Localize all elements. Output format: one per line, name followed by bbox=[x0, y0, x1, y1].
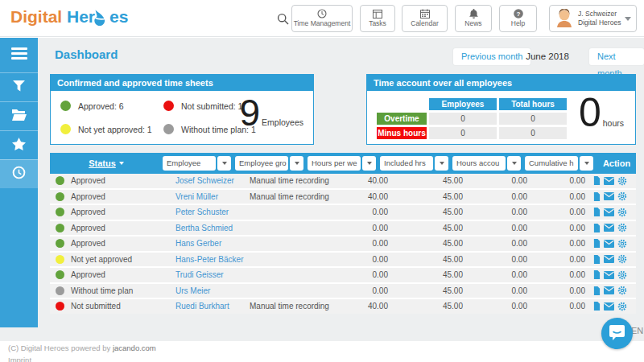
status-label: Approved bbox=[69, 270, 175, 279]
time-account-panel: Time account over all employees Employee… bbox=[366, 74, 636, 145]
gear-icon[interactable] bbox=[617, 302, 627, 311]
mail-icon[interactable] bbox=[604, 208, 614, 216]
status-label: Approved bbox=[69, 208, 175, 216]
tasks-icon bbox=[373, 9, 382, 19]
mail-icon[interactable] bbox=[604, 192, 614, 200]
document-icon[interactable] bbox=[593, 176, 601, 185]
included-hrs-value: 45.00 bbox=[396, 192, 471, 201]
gear-icon[interactable] bbox=[617, 208, 627, 217]
user-menu-button[interactable]: J. Schweizer Digital Heroes bbox=[549, 5, 637, 32]
employee-link[interactable]: Peter Schuster bbox=[175, 208, 250, 216]
document-icon[interactable] bbox=[593, 302, 601, 311]
table-row: ApprovedTrudi Geisser0.0045.000.000.00 bbox=[50, 268, 636, 282]
mail-icon[interactable] bbox=[604, 302, 614, 311]
included-hrs-value: 45.00 bbox=[396, 286, 471, 295]
imprint-link[interactable]: Imprint bbox=[8, 356, 31, 362]
table-row: ApprovedVreni MüllerManual time recordin… bbox=[50, 190, 636, 204]
next-month-button[interactable]: Next month bbox=[589, 48, 644, 65]
filter-employee-group-dropdown[interactable] bbox=[290, 156, 303, 171]
included-hrs-value: 45.00 bbox=[396, 224, 471, 232]
document-icon[interactable] bbox=[593, 208, 601, 216]
filter-employee-dropdown[interactable] bbox=[217, 156, 231, 171]
document-icon[interactable] bbox=[593, 270, 601, 279]
employee-group: Manual time recording bbox=[250, 176, 338, 185]
sidebar-item-favorites[interactable] bbox=[0, 130, 38, 159]
filter-hours-per-week-dropdown[interactable] bbox=[362, 156, 376, 171]
mail-icon[interactable] bbox=[604, 240, 614, 248]
mail-icon[interactable] bbox=[604, 255, 614, 263]
status-legend: Approved: 6 Not submitted: 1 Not yet app… bbox=[60, 101, 256, 134]
status-sort-header[interactable]: Status bbox=[50, 158, 163, 168]
sidebar-item-menu[interactable] bbox=[0, 38, 38, 72]
cumulative-hours-value: 0.00 bbox=[535, 192, 593, 201]
table-row: ApprovedBertha Schmied0.0045.000.000.00 bbox=[50, 221, 636, 236]
jacando-link[interactable]: jacando.com bbox=[113, 343, 156, 352]
column-header: Employees bbox=[429, 98, 497, 110]
avatar bbox=[555, 6, 574, 31]
table-body: ApprovedJosef SchweizerManual time recor… bbox=[50, 174, 636, 314]
employee-link[interactable]: Vreni Müller bbox=[175, 192, 250, 201]
calendar-icon bbox=[420, 9, 430, 19]
nav-tasks-button[interactable]: Tasks bbox=[360, 5, 395, 32]
filter-included-hrs-dropdown[interactable] bbox=[435, 156, 448, 171]
gear-icon[interactable] bbox=[617, 270, 627, 280]
hours-account-value: 0.00 bbox=[471, 255, 535, 264]
minus-employees: 0 bbox=[429, 127, 497, 139]
employee-link[interactable]: Josef Schweizer bbox=[175, 176, 250, 185]
filter-cumulative-hours[interactable]: Cumulative h bbox=[525, 156, 578, 171]
filter-hours-per-week[interactable]: Hours per we bbox=[308, 156, 361, 171]
nav-calendar-button[interactable]: Calendar bbox=[402, 5, 448, 32]
document-icon[interactable] bbox=[593, 255, 601, 264]
mail-icon[interactable] bbox=[604, 286, 614, 294]
chevron-down-icon bbox=[295, 162, 299, 165]
employee-link[interactable]: Urs Meier bbox=[175, 286, 250, 295]
filter-cumulative-hours-dropdown[interactable] bbox=[580, 156, 593, 171]
filter-included-hrs[interactable]: Included hrs bbox=[380, 156, 433, 171]
gear-icon[interactable] bbox=[617, 286, 627, 295]
hours-total: 0hours bbox=[579, 93, 624, 133]
gear-icon[interactable] bbox=[617, 239, 627, 249]
document-icon[interactable] bbox=[593, 192, 601, 201]
sidebar-item-time[interactable] bbox=[0, 159, 38, 188]
employees-total: 9Employees bbox=[239, 94, 303, 131]
filter-employee-group[interactable]: Employee gro bbox=[235, 156, 288, 171]
status-dot bbox=[50, 270, 69, 279]
included-hrs-value: 45.00 bbox=[396, 208, 471, 216]
gear-icon[interactable] bbox=[617, 254, 627, 264]
filter-hours-account[interactable]: Hours accou bbox=[452, 156, 506, 171]
employee-link[interactable]: Trudi Geisser bbox=[175, 270, 250, 279]
nav-time-management-button[interactable]: Time Management bbox=[291, 5, 353, 32]
hours-per-week-value: 0.00 bbox=[338, 239, 396, 248]
mail-icon[interactable] bbox=[604, 177, 614, 185]
employee-link[interactable]: Hans-Peter Bäcker bbox=[175, 255, 250, 264]
cumulative-hours-value: 0.00 bbox=[535, 224, 593, 232]
sidebar-item-filter[interactable] bbox=[0, 72, 38, 101]
document-icon[interactable] bbox=[593, 224, 601, 232]
chat-button[interactable] bbox=[601, 318, 633, 349]
filter-hours-account-dropdown[interactable] bbox=[507, 156, 521, 171]
table-header: Status Employee Employee gro Hours per w… bbox=[50, 153, 636, 174]
gear-icon[interactable] bbox=[617, 223, 627, 232]
nav-help-button[interactable]: ? Help bbox=[499, 5, 537, 32]
mail-icon[interactable] bbox=[604, 271, 614, 279]
gear-icon[interactable] bbox=[617, 191, 627, 201]
document-icon[interactable] bbox=[593, 286, 601, 295]
status-dot bbox=[60, 124, 71, 134]
mail-icon[interactable] bbox=[604, 224, 614, 232]
employee-group: Manual time recording bbox=[250, 302, 338, 311]
employee-link[interactable]: Ruedi Burkhart bbox=[175, 302, 250, 311]
chevron-down-icon bbox=[367, 162, 372, 165]
clock-icon bbox=[12, 166, 26, 183]
status-label: Approved bbox=[69, 176, 175, 185]
nav-news-button[interactable]: News bbox=[455, 5, 492, 32]
hours-account-value: 0.00 bbox=[471, 192, 535, 201]
filter-employee[interactable]: Employee bbox=[163, 156, 216, 171]
search-icon[interactable] bbox=[277, 13, 289, 28]
star-icon bbox=[12, 138, 26, 154]
gear-icon[interactable] bbox=[617, 176, 627, 186]
language-label: EN bbox=[631, 326, 643, 335]
document-icon[interactable] bbox=[593, 239, 601, 248]
sidebar-item-folder[interactable] bbox=[0, 101, 38, 130]
employee-link[interactable]: Bertha Schmied bbox=[175, 224, 250, 232]
employee-link[interactable]: Hans Gerber bbox=[175, 239, 250, 248]
